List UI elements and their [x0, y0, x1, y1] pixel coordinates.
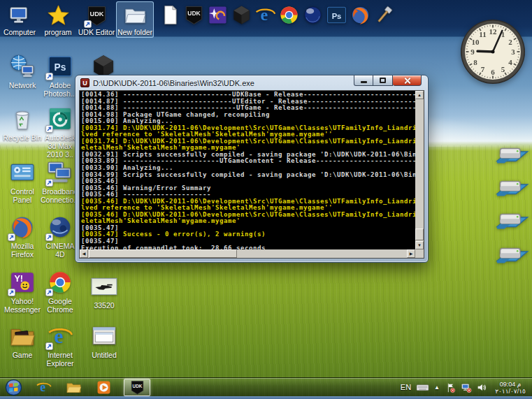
shortcut-arrow-icon [84, 20, 92, 28]
internet-explorer-icon[interactable]: e [254, 4, 276, 26]
keyboard-icon[interactable] [416, 381, 429, 394]
desktop-icon-computer[interactable]: Computer [1, 1, 38, 38]
blue-sphere-app-icon[interactable] [302, 4, 324, 26]
scrollbar-corner [415, 249, 424, 258]
firefox-icon[interactable] [350, 4, 371, 26]
document-icon[interactable] [159, 4, 181, 26]
language-indicator[interactable]: EN [401, 383, 411, 392]
console-line: eletalMesh'SkeletalMesh'mygame.mygame' [81, 218, 417, 225]
system-tray: EN ▲ 09:04 م ٢٠١١/٠٧/١٥ [401, 378, 529, 397]
volume-icon[interactable] [477, 382, 487, 393]
purple-app-icon[interactable] [207, 4, 229, 26]
svg-text:UDK: UDK [187, 10, 201, 17]
minimize-icon [361, 81, 367, 83]
start-button[interactable] [3, 378, 23, 397]
console-client-area: [0014.36] --------------------------UDKB… [79, 90, 424, 259]
svg-text:11: 11 [479, 30, 486, 38]
svg-text:e: e [40, 380, 45, 394]
vertical-scrollbar[interactable]: ▲ ▼ [415, 91, 424, 249]
hammer-tool-icon[interactable] [373, 4, 395, 26]
drive-icon[interactable] [493, 135, 531, 173]
svg-text:6: 6 [491, 68, 495, 76]
tray-date: ٢٠١١/٠٧/١٥ [492, 388, 529, 395]
desktop-icon-udk-editor[interactable]: UDKUDK Editor [78, 1, 115, 38]
photoshop-icon[interactable]: Ps [326, 4, 347, 26]
tray-time: 09:04 م [492, 381, 529, 388]
udk-icon: UDK [85, 4, 108, 27]
maximize-button[interactable] [373, 75, 393, 86]
drive-icon[interactable] [493, 235, 531, 273]
svg-text:UDK: UDK [89, 10, 103, 17]
top-toolbar: ComputerprogramUDKUDK EditorNew folder U… [0, 0, 532, 39]
udk-window-icon: U [80, 78, 89, 87]
svg-text:Ps: Ps [332, 12, 342, 20]
computer-icon [8, 4, 31, 27]
svg-text:e: e [260, 6, 268, 24]
chrome-icon[interactable] [278, 4, 300, 26]
taskbar-internet-explorer[interactable]: e [34, 378, 53, 397]
maximize-icon [380, 78, 386, 83]
clock-gadget[interactable]: 123456789101112 [459, 18, 526, 85]
svg-text:3: 3 [511, 48, 515, 56]
svg-text:9: 9 [470, 48, 475, 56]
scroll-up-button[interactable]: ▲ [415, 91, 424, 99]
minimize-button[interactable] [354, 75, 373, 86]
icon-label: Computer [3, 28, 36, 36]
console-window-title: D:\UDK\UDK-2011-06\Binaries\Win32\UDK.ex… [93, 79, 254, 87]
top-toolbar-labeled-icons: ComputerprogramUDKUDK EditorNew folder [0, 0, 154, 38]
icon-label: UDK Editor [78, 28, 115, 36]
horizontal-scroll-thumb[interactable] [89, 249, 237, 258]
scroll-right-button[interactable]: ▶ [407, 249, 415, 258]
icon-label: New folder [117, 28, 152, 36]
window-caption-buttons [354, 75, 422, 86]
svg-text:10: 10 [471, 38, 480, 46]
unity-icon[interactable] [231, 4, 252, 26]
close-icon [403, 77, 411, 85]
console-line: [0035.47] Success - 0 error(s), 2 warnin… [81, 231, 417, 238]
svg-text:12: 12 [489, 27, 498, 36]
tray-clock[interactable]: 09:04 م ٢٠١١/٠٧/١٥ [492, 381, 529, 395]
console-output: [0014.36] --------------------------UDKB… [81, 92, 417, 252]
drive-icon[interactable] [493, 201, 531, 238]
svg-text:7: 7 [481, 65, 485, 73]
scroll-left-button[interactable]: ◀ [80, 249, 88, 258]
analog-clock-face: 123456789101112 [459, 18, 526, 85]
drive-icon[interactable] [493, 168, 531, 205]
svg-text:8: 8 [473, 58, 477, 66]
taskbar-media-player[interactable] [94, 378, 113, 397]
console-line: [0034.99] Scripts successfully compiled … [81, 172, 417, 179]
desktop-icon-new-folder[interactable]: New folder [116, 1, 154, 38]
newfolder-icon [124, 4, 147, 27]
taskbar-buttons: eUDK [3, 378, 150, 397]
taskbar: eUDK EN ▲ 09:04 م ٢٠١١/٠٧/١٥ [0, 377, 532, 396]
horizontal-scrollbar[interactable]: ◀ ▶ [80, 249, 415, 258]
scroll-down-button[interactable]: ▼ [415, 241, 424, 249]
svg-text:2: 2 [508, 38, 512, 46]
svg-text:5: 5 [501, 65, 505, 73]
icon-label: program [44, 28, 71, 36]
taskbar-windows-explorer[interactable] [64, 378, 83, 397]
show-hidden-icons-button[interactable]: ▲ [434, 384, 440, 391]
console-window: U D:\UDK\UDK-2011-06\Binaries\Win32\UDK.… [75, 75, 429, 263]
taskbar-udk[interactable]: UDK [124, 379, 150, 396]
vertical-scroll-thumb[interactable] [415, 228, 424, 240]
network-status-icon[interactable] [461, 382, 472, 393]
screen-bottom-strip [0, 396, 532, 399]
star-icon [47, 4, 70, 27]
action-center-flag-icon[interactable] [445, 382, 456, 393]
top-toolbar-quick-icons: UDKePs [159, 4, 395, 26]
close-button[interactable] [393, 75, 422, 86]
svg-text:4: 4 [508, 58, 512, 66]
svg-text:UDK: UDK [132, 384, 142, 389]
desktop-icon-program[interactable]: program [39, 1, 77, 38]
udk-icon[interactable]: UDK [183, 4, 205, 26]
